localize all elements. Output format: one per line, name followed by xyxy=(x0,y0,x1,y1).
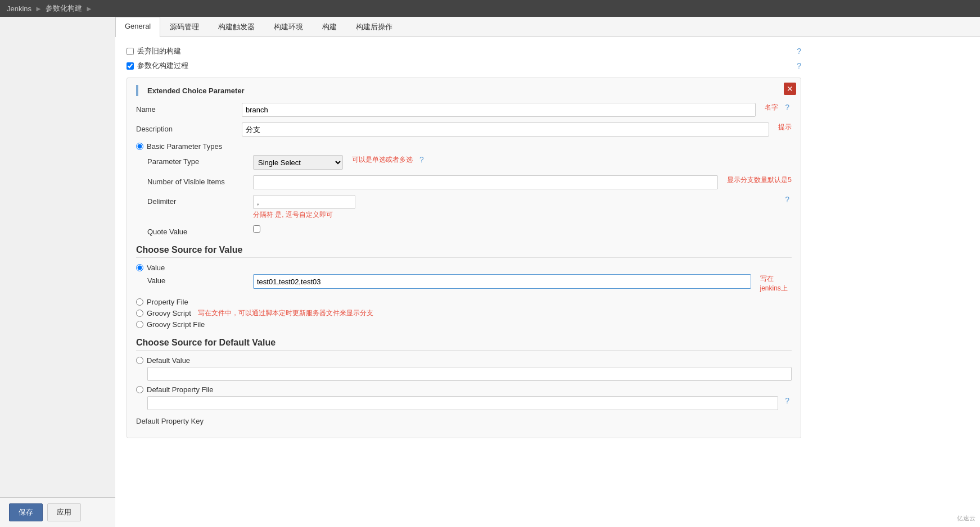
sidebar: 保存 应用 xyxy=(0,17,115,527)
value-radio[interactable] xyxy=(136,264,143,271)
value-radio-row: Value xyxy=(136,264,792,272)
groovy-script-radio[interactable] xyxy=(136,310,143,317)
default-property-file-input-row: ? xyxy=(147,396,792,410)
default-property-key-row: Default Property Key xyxy=(136,415,792,425)
name-row: Name 名字 ? xyxy=(136,103,792,117)
discard-builds-help-icon[interactable]: ? xyxy=(797,47,801,56)
bottom-buttons: 保存 应用 xyxy=(0,497,115,527)
name-annotation: 名字 xyxy=(765,103,778,112)
delimiter-input[interactable] xyxy=(253,195,355,209)
default-property-key-label: Default Property Key xyxy=(136,415,237,425)
discard-builds-checkbox[interactable] xyxy=(127,48,134,55)
visible-items-input[interactable] xyxy=(253,175,718,189)
default-value-input[interactable] xyxy=(147,367,792,381)
param-type-row: Parameter Type Single Select Multi Selec… xyxy=(147,155,792,170)
visible-items-row: Number of Visible Items 显示分支数量默认是5 xyxy=(147,175,792,189)
tabs-bar: General 源码管理 构建触发器 构建环境 构建 构建后操作 xyxy=(115,17,980,37)
delimiter-row: Delimiter 分隔符 是, 逗号自定义即可 ? xyxy=(147,195,792,220)
default-value-radio[interactable] xyxy=(136,357,143,364)
source-value-title: Choose Source for Value xyxy=(136,245,792,258)
param-type-annotation: 可以是单选或者多选 xyxy=(352,155,413,165)
param-type-select[interactable]: Single Select Multi Select Check Boxes R… xyxy=(253,155,343,170)
description-label: Description xyxy=(136,122,237,133)
value-label: Value xyxy=(147,274,249,285)
basic-param-types-row: Basic Parameter Types xyxy=(136,142,792,151)
plugin-block-header: Extended Choice Parameter xyxy=(136,85,792,96)
description-input[interactable] xyxy=(242,122,769,137)
extended-choice-block: Extended Choice Parameter ✕ Name 名字 ? De… xyxy=(127,78,801,438)
name-input[interactable] xyxy=(242,103,756,117)
property-file-label: Property File xyxy=(147,298,188,306)
value-annotation: 写在jenkins上 xyxy=(760,274,792,293)
default-value-radio-label: Default Value xyxy=(147,356,190,365)
groovy-script-annotation: 写在文件中，可以通过脚本定时更新服务器文件来显示分支 xyxy=(198,308,373,318)
description-row: Description 提示 xyxy=(136,122,792,137)
value-input[interactable] xyxy=(253,274,751,289)
save-button[interactable]: 保存 xyxy=(9,503,43,521)
groovy-script-file-radio-row: Groovy Script File xyxy=(136,320,792,329)
tab-post[interactable]: 构建后操作 xyxy=(346,17,402,37)
quote-value-checkbox[interactable] xyxy=(253,225,260,233)
breadcrumb-job[interactable]: 参数化构建 xyxy=(46,3,82,13)
name-label: Name xyxy=(136,103,237,113)
parameterized-build-label: 参数化构建过程 xyxy=(137,61,188,71)
name-help-icon[interactable]: ? xyxy=(783,103,792,112)
default-property-file-radio-row: Default Property File xyxy=(136,385,792,394)
discard-builds-row: 丢弃旧的构建 ? xyxy=(127,46,801,56)
tab-build[interactable]: 构建 xyxy=(313,17,346,37)
default-property-file-radio[interactable] xyxy=(136,386,143,393)
inner-form: 丢弃旧的构建 ? 参数化构建过程 ? Extended Choice Param… xyxy=(127,46,801,438)
default-property-file-label: Default Property File xyxy=(147,385,214,394)
tab-env[interactable]: 构建环境 xyxy=(264,17,313,37)
description-annotation: 提示 xyxy=(778,122,792,132)
visible-items-annotation: 显示分支数量默认是5 xyxy=(727,175,792,185)
main-content: General 源码管理 构建触发器 构建环境 构建 构建后操作 丢弃旧的构建 … xyxy=(115,17,980,527)
default-value-input-row xyxy=(147,367,792,381)
groovy-script-label: Groovy Script xyxy=(147,309,191,317)
param-type-label: Parameter Type xyxy=(147,155,249,166)
breadcrumb-sep2: ► xyxy=(85,4,93,13)
visible-items-label: Number of Visible Items xyxy=(147,175,249,186)
value-input-row: Value 写在jenkins上 xyxy=(147,274,792,293)
default-property-file-help-icon[interactable]: ? xyxy=(783,396,792,405)
parameterized-build-checkbox[interactable] xyxy=(127,62,134,70)
plugin-title: Extended Choice Parameter xyxy=(147,87,245,95)
delimiter-annotation: 分隔符 是, 逗号自定义即可 xyxy=(253,210,778,220)
content-area: 丢弃旧的构建 ? 参数化构建过程 ? Extended Choice Param… xyxy=(115,37,980,454)
tab-general[interactable]: General xyxy=(115,17,160,37)
groovy-script-file-radio[interactable] xyxy=(136,321,143,328)
property-file-radio-row: Property File xyxy=(136,298,792,306)
value-radio-label: Value xyxy=(147,264,165,272)
tab-triggers[interactable]: 构建触发器 xyxy=(209,17,264,37)
watermark: 亿速云 xyxy=(957,514,976,523)
quote-value-label: Quote Value xyxy=(147,225,249,236)
tab-source[interactable]: 源码管理 xyxy=(160,17,209,37)
default-value-radio-row: Default Value xyxy=(136,356,792,365)
parameterized-build-help-icon[interactable]: ? xyxy=(797,61,801,70)
breadcrumb-jenkins[interactable]: Jenkins xyxy=(7,4,31,13)
breadcrumb-sep1: ► xyxy=(35,4,42,13)
groovy-script-radio-row: Groovy Script 写在文件中，可以通过脚本定时更新服务器文件来显示分支 xyxy=(136,308,792,318)
source-default-title: Choose Source for Default Value xyxy=(136,338,792,351)
discard-builds-label: 丢弃旧的构建 xyxy=(137,46,181,56)
property-file-radio[interactable] xyxy=(136,298,143,306)
basic-param-types-radio[interactable] xyxy=(136,143,143,150)
quote-value-row: Quote Value xyxy=(147,225,792,236)
parameterized-build-row: 参数化构建过程 ? xyxy=(127,61,801,71)
basic-param-types-label: Basic Parameter Types xyxy=(147,142,222,151)
plugin-close-button[interactable]: ✕ xyxy=(784,83,796,95)
delimiter-help-icon[interactable]: ? xyxy=(783,195,792,204)
delimiter-label: Delimiter xyxy=(147,195,249,206)
apply-button[interactable]: 应用 xyxy=(47,503,81,521)
breadcrumb: Jenkins ► 参数化构建 ► xyxy=(0,0,980,17)
param-type-help-icon[interactable]: ? xyxy=(417,155,426,164)
plugin-divider xyxy=(136,85,138,96)
groovy-script-file-label: Groovy Script File xyxy=(147,320,205,329)
default-property-file-input[interactable] xyxy=(147,396,778,410)
